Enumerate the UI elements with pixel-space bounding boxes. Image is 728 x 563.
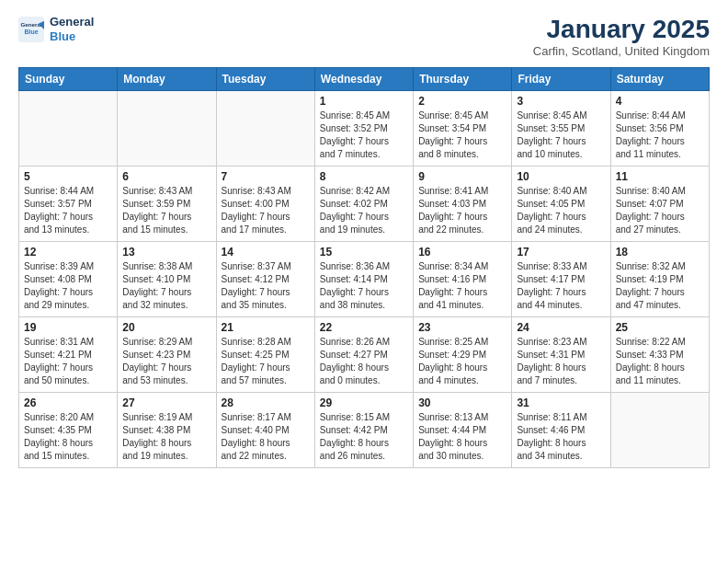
day-info: Sunrise: 8:36 AM Sunset: 4:14 PM Dayligh… <box>320 260 408 312</box>
day-info: Sunrise: 8:43 AM Sunset: 4:00 PM Dayligh… <box>222 185 310 236</box>
day-number: 30 <box>418 396 506 409</box>
day-info: Sunrise: 8:42 AM Sunset: 4:02 PM Dayligh… <box>320 185 408 236</box>
calendar-cell <box>19 91 118 167</box>
calendar-cell: 15Sunrise: 8:36 AM Sunset: 4:14 PM Dayli… <box>314 242 413 317</box>
day-info: Sunrise: 8:44 AM Sunset: 3:57 PM Dayligh… <box>24 185 112 236</box>
day-number: 6 <box>122 170 210 183</box>
day-info: Sunrise: 8:17 AM Sunset: 4:40 PM Dayligh… <box>222 411 310 463</box>
calendar-cell <box>610 393 709 468</box>
logo-line1: General <box>50 15 94 29</box>
day-number: 8 <box>320 170 408 183</box>
calendar-cell: 9Sunrise: 8:41 AM Sunset: 4:03 PM Daylig… <box>414 167 512 242</box>
day-number: 18 <box>616 246 704 259</box>
day-header-tuesday: Tuesday <box>216 68 314 91</box>
day-info: Sunrise: 8:31 AM Sunset: 4:21 PM Dayligh… <box>24 336 112 387</box>
day-number: 15 <box>320 246 408 259</box>
day-info: Sunrise: 8:11 AM Sunset: 4:46 PM Dayligh… <box>517 411 605 463</box>
calendar-cell: 5Sunrise: 8:44 AM Sunset: 3:57 PM Daylig… <box>19 167 118 242</box>
calendar-cell <box>216 91 314 167</box>
day-info: Sunrise: 8:45 AM Sunset: 3:55 PM Dayligh… <box>517 109 605 161</box>
calendar-cell: 10Sunrise: 8:40 AM Sunset: 4:05 PM Dayli… <box>512 167 610 242</box>
day-number: 31 <box>517 396 605 409</box>
day-number: 23 <box>418 321 506 334</box>
day-number: 11 <box>616 170 704 183</box>
svg-text:General: General <box>20 20 41 27</box>
calendar-cell: 23Sunrise: 8:25 AM Sunset: 4:29 PM Dayli… <box>414 317 512 393</box>
day-number: 17 <box>517 246 605 259</box>
day-header-thursday: Thursday <box>414 68 512 91</box>
calendar-cell: 22Sunrise: 8:26 AM Sunset: 4:27 PM Dayli… <box>314 317 413 393</box>
day-number: 2 <box>418 95 506 108</box>
day-number: 14 <box>222 246 310 259</box>
calendar-cell: 26Sunrise: 8:20 AM Sunset: 4:35 PM Dayli… <box>19 393 118 468</box>
day-number: 9 <box>418 170 506 183</box>
calendar-cell: 29Sunrise: 8:15 AM Sunset: 4:42 PM Dayli… <box>314 393 413 468</box>
calendar-cell: 25Sunrise: 8:22 AM Sunset: 4:33 PM Dayli… <box>610 317 709 393</box>
calendar-cell: 24Sunrise: 8:23 AM Sunset: 4:31 PM Dayli… <box>512 317 610 393</box>
day-number: 28 <box>222 396 310 409</box>
day-info: Sunrise: 8:28 AM Sunset: 4:25 PM Dayligh… <box>222 336 310 387</box>
calendar-cell: 16Sunrise: 8:34 AM Sunset: 4:16 PM Dayli… <box>414 242 512 317</box>
day-info: Sunrise: 8:33 AM Sunset: 4:17 PM Dayligh… <box>517 260 605 312</box>
day-header-wednesday: Wednesday <box>314 68 413 91</box>
calendar-cell: 17Sunrise: 8:33 AM Sunset: 4:17 PM Dayli… <box>512 242 610 317</box>
day-info: Sunrise: 8:13 AM Sunset: 4:44 PM Dayligh… <box>418 411 506 463</box>
day-info: Sunrise: 8:41 AM Sunset: 4:03 PM Dayligh… <box>418 185 506 236</box>
day-number: 27 <box>122 396 210 409</box>
calendar-cell: 27Sunrise: 8:19 AM Sunset: 4:38 PM Dayli… <box>118 393 216 468</box>
day-number: 25 <box>616 321 704 334</box>
day-number: 1 <box>320 95 408 108</box>
calendar-week-3: 12Sunrise: 8:39 AM Sunset: 4:08 PM Dayli… <box>19 242 710 317</box>
day-info: Sunrise: 8:43 AM Sunset: 3:59 PM Dayligh… <box>122 185 210 236</box>
day-info: Sunrise: 8:29 AM Sunset: 4:23 PM Dayligh… <box>122 336 210 387</box>
calendar-cell: 6Sunrise: 8:43 AM Sunset: 3:59 PM Daylig… <box>118 167 216 242</box>
day-info: Sunrise: 8:39 AM Sunset: 4:08 PM Dayligh… <box>24 260 112 312</box>
svg-text:Blue: Blue <box>24 28 38 34</box>
calendar-cell: 4Sunrise: 8:44 AM Sunset: 3:56 PM Daylig… <box>610 91 709 167</box>
day-header-saturday: Saturday <box>610 68 709 91</box>
day-number: 13 <box>122 246 210 259</box>
day-number: 7 <box>222 170 310 183</box>
calendar-week-1: 1Sunrise: 8:45 AM Sunset: 3:52 PM Daylig… <box>19 91 710 167</box>
day-info: Sunrise: 8:40 AM Sunset: 4:05 PM Dayligh… <box>517 185 605 236</box>
day-header-sunday: Sunday <box>19 68 118 91</box>
day-info: Sunrise: 8:20 AM Sunset: 4:35 PM Dayligh… <box>24 411 112 463</box>
calendar-cell: 2Sunrise: 8:45 AM Sunset: 3:54 PM Daylig… <box>414 91 512 167</box>
logo-line2: Blue <box>50 29 94 44</box>
day-number: 19 <box>24 321 112 334</box>
day-info: Sunrise: 8:38 AM Sunset: 4:10 PM Dayligh… <box>122 260 210 312</box>
logo-icon: General Blue <box>18 17 44 42</box>
calendar-cell: 7Sunrise: 8:43 AM Sunset: 4:00 PM Daylig… <box>216 167 314 242</box>
calendar-cell: 3Sunrise: 8:45 AM Sunset: 3:55 PM Daylig… <box>512 91 610 167</box>
calendar-week-2: 5Sunrise: 8:44 AM Sunset: 3:57 PM Daylig… <box>19 167 710 242</box>
day-number: 16 <box>418 246 506 259</box>
logo: General Blue General Blue <box>18 15 94 43</box>
day-info: Sunrise: 8:23 AM Sunset: 4:31 PM Dayligh… <box>517 336 605 387</box>
day-info: Sunrise: 8:44 AM Sunset: 3:56 PM Dayligh… <box>616 109 704 161</box>
day-number: 10 <box>517 170 605 183</box>
header: General Blue General Blue January 2025 C… <box>18 15 710 58</box>
day-number: 3 <box>517 95 605 108</box>
day-number: 20 <box>122 321 210 334</box>
calendar-cell: 30Sunrise: 8:13 AM Sunset: 4:44 PM Dayli… <box>414 393 512 468</box>
day-info: Sunrise: 8:45 AM Sunset: 3:52 PM Dayligh… <box>320 109 408 161</box>
day-header-monday: Monday <box>118 68 216 91</box>
title-block: January 2025 Carfin, Scotland, United Ki… <box>533 15 710 58</box>
day-number: 21 <box>222 321 310 334</box>
calendar-cell: 13Sunrise: 8:38 AM Sunset: 4:10 PM Dayli… <box>118 242 216 317</box>
calendar-cell: 8Sunrise: 8:42 AM Sunset: 4:02 PM Daylig… <box>314 167 413 242</box>
calendar-cell: 1Sunrise: 8:45 AM Sunset: 3:52 PM Daylig… <box>314 91 413 167</box>
day-info: Sunrise: 8:45 AM Sunset: 3:54 PM Dayligh… <box>418 109 506 161</box>
day-number: 22 <box>320 321 408 334</box>
calendar-cell: 12Sunrise: 8:39 AM Sunset: 4:08 PM Dayli… <box>19 242 118 317</box>
day-info: Sunrise: 8:34 AM Sunset: 4:16 PM Dayligh… <box>418 260 506 312</box>
calendar-header-row: SundayMondayTuesdayWednesdayThursdayFrid… <box>19 68 710 91</box>
calendar-cell: 19Sunrise: 8:31 AM Sunset: 4:21 PM Dayli… <box>19 317 118 393</box>
day-number: 24 <box>517 321 605 334</box>
day-info: Sunrise: 8:15 AM Sunset: 4:42 PM Dayligh… <box>320 411 408 463</box>
day-info: Sunrise: 8:26 AM Sunset: 4:27 PM Dayligh… <box>320 336 408 387</box>
calendar-cell: 11Sunrise: 8:40 AM Sunset: 4:07 PM Dayli… <box>610 167 709 242</box>
day-info: Sunrise: 8:19 AM Sunset: 4:38 PM Dayligh… <box>122 411 210 463</box>
day-info: Sunrise: 8:32 AM Sunset: 4:19 PM Dayligh… <box>616 260 704 312</box>
calendar-cell: 28Sunrise: 8:17 AM Sunset: 4:40 PM Dayli… <box>216 393 314 468</box>
